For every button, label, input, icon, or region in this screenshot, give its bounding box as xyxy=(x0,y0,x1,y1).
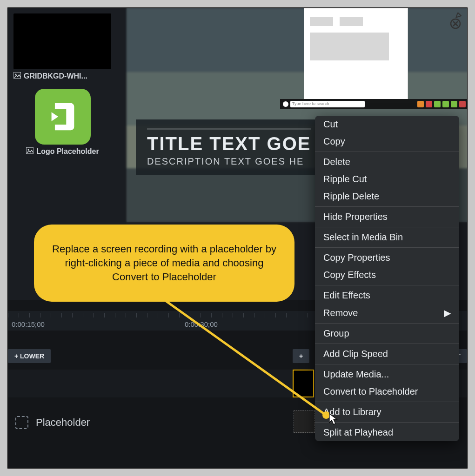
taskbar-chip-icon xyxy=(451,101,457,107)
menu-edit-effects[interactable]: Edit Effects xyxy=(315,287,459,304)
mock-taskbar: Type here to search xyxy=(280,99,468,109)
menu-remove-label: Remove xyxy=(323,308,358,318)
selected-clip[interactable] xyxy=(293,370,314,397)
menu-copy-properties[interactable]: Copy Properties xyxy=(315,249,459,266)
app-frame: GRIDBKGD-WHI... Logo Placeholder TITLE T… xyxy=(7,7,468,469)
timeline-clip[interactable]: + xyxy=(293,349,309,363)
taskbar-chip-icon xyxy=(442,101,449,107)
taskbar-chip-icon xyxy=(426,101,432,107)
menu-group[interactable]: Group xyxy=(315,325,459,342)
menu-ripple-delete[interactable]: Ripple Delete xyxy=(315,188,459,205)
menu-select-in-bin[interactable]: Select in Media Bin xyxy=(315,229,459,246)
placeholder-clip[interactable] xyxy=(294,410,315,433)
svg-marker-4 xyxy=(455,13,461,19)
menu-delete[interactable]: Delete xyxy=(315,153,459,171)
placeholder-icon xyxy=(15,416,28,429)
taskbar-search: Type here to search xyxy=(290,101,365,107)
title-text: TITLE TEXT GOE xyxy=(147,128,311,154)
screen-recording-mock xyxy=(304,8,408,101)
context-menu: Cut Copy Delete Ripple Cut Ripple Delete… xyxy=(315,116,459,441)
title-card: TITLE TEXT GOE DESCRIPTION TEXT GOES HE xyxy=(136,119,322,175)
timecode-label: 0:00:15;00 xyxy=(12,320,45,328)
timecode-label: 0:00:30;00 xyxy=(185,320,218,328)
image-icon xyxy=(13,72,21,80)
close-icon[interactable] xyxy=(446,12,465,30)
taskbar-chip-icon xyxy=(459,101,466,107)
annotation-callout: Replace a screen recording with a placeh… xyxy=(34,225,294,302)
image-icon xyxy=(26,147,33,156)
media-bin-item[interactable]: Logo Placeholder xyxy=(13,89,112,156)
annotation-text: Replace a screen recording with a placeh… xyxy=(50,242,279,284)
placeholder-label: Placeholder xyxy=(36,416,90,429)
media-item-label: Logo Placeholder xyxy=(36,147,99,156)
menu-add-clip-speed[interactable]: Add Clip Speed xyxy=(315,345,459,363)
menu-ripple-cut[interactable]: Ripple Cut xyxy=(315,171,459,188)
subtitle-text: DESCRIPTION TEXT GOES HE xyxy=(147,156,311,167)
logo-thumbnail xyxy=(35,89,91,145)
media-bin-item[interactable]: GRIDBKGD-WHI... xyxy=(13,13,112,80)
taskbar-chip-icon xyxy=(434,101,441,107)
cursor-icon xyxy=(329,413,338,427)
timeline-clip[interactable]: + LOWER xyxy=(8,349,51,363)
placeholder-track-label: Placeholder xyxy=(15,416,90,429)
menu-cut[interactable]: Cut xyxy=(315,116,459,133)
media-thumbnail xyxy=(13,13,111,69)
menu-hide-properties[interactable]: Hide Properties xyxy=(315,208,459,225)
media-item-label: GRIDBKGD-WHI... xyxy=(24,72,87,80)
submenu-arrow-icon: ▶ xyxy=(444,307,451,318)
windows-start-icon xyxy=(283,101,288,107)
menu-convert-to-placeholder[interactable]: Convert to Placeholder xyxy=(315,383,459,400)
menu-copy-effects[interactable]: Copy Effects xyxy=(315,266,459,284)
menu-update-media[interactable]: Update Media... xyxy=(315,366,459,383)
menu-copy[interactable]: Copy xyxy=(315,133,459,150)
menu-remove[interactable]: Remove ▶ xyxy=(315,304,459,322)
taskbar-chip-icon xyxy=(417,101,424,107)
